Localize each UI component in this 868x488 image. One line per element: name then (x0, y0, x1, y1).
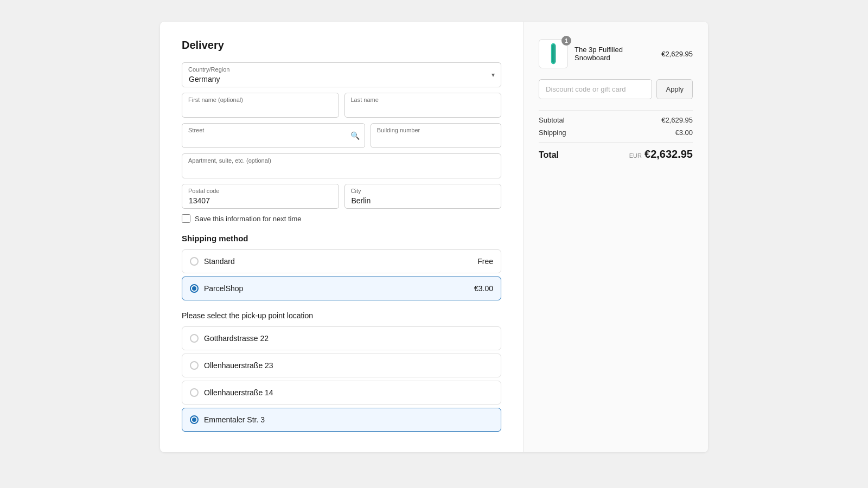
shipping-label: Shipping (539, 129, 566, 137)
shipping-row: Shipping €3.00 (539, 129, 693, 137)
checkout-page: Delivery Country/Region Germany ▾ First … (160, 22, 708, 452)
save-info-row: Save this information for next time (182, 214, 501, 223)
subtotal-value: €2,629.95 (661, 116, 693, 124)
save-info-checkbox[interactable] (182, 214, 190, 223)
product-badge: 1 (561, 36, 571, 46)
country-select[interactable]: Germany (182, 62, 501, 87)
pickup-option-1[interactable]: Gotthardstrasse 22 (182, 326, 501, 350)
first-name-input[interactable] (182, 93, 339, 118)
parcelshop-price: €3.00 (474, 284, 493, 293)
building-field: Building number (371, 123, 501, 148)
discount-row: Apply (539, 79, 693, 99)
standard-name: Standard (204, 257, 235, 266)
svg-rect-1 (552, 45, 553, 62)
last-name-field: Last name (344, 93, 502, 118)
total-currency: EUR (629, 152, 642, 159)
postal-field: Postal code (182, 184, 339, 209)
pickup-label-4: Emmentaler Str. 3 (204, 415, 265, 424)
standard-radio (190, 257, 199, 266)
pickup-option-2[interactable]: Ollenhauerstraße 23 (182, 354, 501, 377)
parcelshop-radio (190, 284, 199, 293)
pickup-section: Please select the pick-up point location… (182, 311, 501, 432)
shipping-option-standard[interactable]: Standard Free (182, 249, 501, 273)
postal-city-row: Postal code City (182, 184, 501, 209)
name-row: First name (optional) Last name (182, 93, 501, 118)
standard-price: Free (477, 257, 493, 266)
pickup-label-3: Ollenhauerstraße 14 (204, 388, 273, 397)
subtotal-label: Subtotal (539, 116, 565, 124)
street-row: Street 🔍 Building number (182, 123, 501, 148)
pickup-radio-1 (190, 334, 199, 343)
order-summary-panel: 1 The 3p Fulfilled Snowboard €2,629.95 A… (524, 22, 708, 452)
svg-rect-3 (555, 45, 556, 62)
product-price: €2,629.95 (661, 50, 693, 58)
pickup-label-2: Ollenhauerstraße 23 (204, 361, 273, 370)
delivery-title: Delivery (182, 39, 501, 52)
postal-input[interactable] (182, 184, 339, 209)
shipping-section-title: Shipping method (182, 234, 501, 243)
apartment-input[interactable] (182, 153, 501, 178)
street-input[interactable] (182, 123, 365, 148)
pickup-radio-3 (190, 388, 199, 397)
discount-input[interactable] (539, 79, 652, 99)
pickup-radio-2 (190, 361, 199, 370)
shipping-option-parcelshop[interactable]: ParcelShop €3.00 (182, 277, 501, 300)
shipping-method-section: Shipping method Standard Free ParcelShop… (182, 234, 501, 300)
shipping-value: €3.00 (675, 129, 693, 137)
city-field: City (344, 184, 502, 209)
product-image-wrap: 1 (539, 39, 568, 68)
delivery-panel: Delivery Country/Region Germany ▾ First … (160, 22, 524, 452)
product-name: The 3p Fulfilled Snowboard (575, 46, 655, 62)
parcelshop-name: ParcelShop (204, 284, 243, 293)
apartment-field: Apartment, suite, etc. (optional) (182, 153, 501, 178)
product-row: 1 The 3p Fulfilled Snowboard €2,629.95 (539, 39, 693, 68)
country-field: Country/Region Germany ▾ (182, 62, 501, 87)
total-label: Total (539, 150, 559, 160)
apply-button[interactable]: Apply (656, 79, 693, 99)
save-info-label[interactable]: Save this information for next time (195, 215, 302, 223)
street-field: Street 🔍 (182, 123, 365, 148)
first-name-field: First name (optional) (182, 93, 339, 118)
pickup-title: Please select the pick-up point location (182, 311, 501, 320)
total-row: Total EUR €2,632.95 (539, 142, 693, 160)
subtotal-row: Subtotal €2,629.95 (539, 116, 693, 124)
pickup-option-4[interactable]: Emmentaler Str. 3 (182, 408, 501, 432)
city-input[interactable] (344, 184, 502, 209)
last-name-input[interactable] (344, 93, 502, 118)
pickup-label-1: Gotthardstrasse 22 (204, 334, 269, 343)
pickup-option-3[interactable]: Ollenhauerstraße 14 (182, 381, 501, 404)
svg-rect-2 (553, 44, 554, 63)
summary-divider (539, 110, 693, 111)
total-amount: €2,632.95 (644, 148, 693, 160)
building-input[interactable] (371, 123, 501, 148)
pickup-radio-4 (190, 415, 199, 424)
snowboard-icon (545, 42, 561, 65)
